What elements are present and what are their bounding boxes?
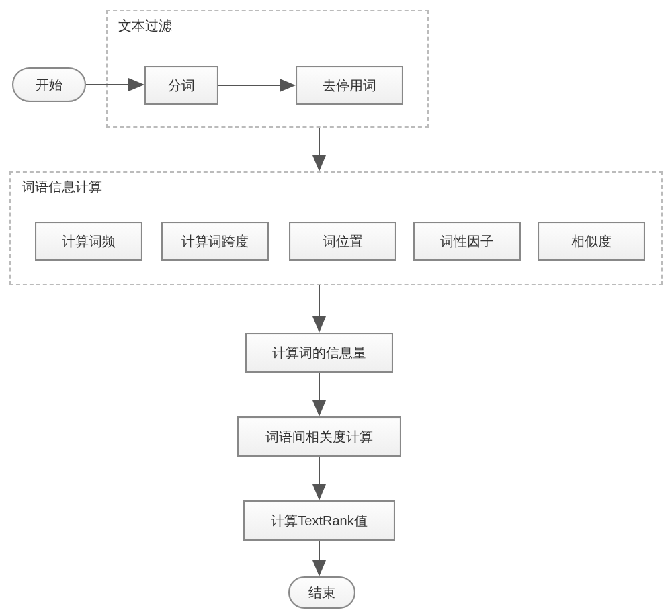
node-tf-label: 计算词频	[62, 232, 116, 251]
node-rel-label: 词语间相关度计算	[265, 428, 373, 446]
node-span-label: 计算词跨度	[181, 232, 249, 251]
group-text-filter-label: 文本过滤	[118, 17, 172, 35]
node-sim-label: 相似度	[571, 232, 612, 251]
node-posf-label: 词性因子	[440, 232, 494, 251]
node-end-label: 结束	[308, 584, 335, 602]
node-textrank-label: 计算TextRank值	[271, 512, 367, 530]
node-tokenize: 分词	[144, 66, 218, 105]
node-pos: 词位置	[289, 222, 396, 261]
node-start: 开始	[12, 67, 86, 102]
node-stopwords: 去停用词	[296, 66, 403, 105]
node-stopwords-label: 去停用词	[323, 77, 376, 95]
node-infoamt: 计算词的信息量	[245, 333, 393, 373]
node-sim: 相似度	[538, 222, 645, 261]
node-tokenize-label: 分词	[168, 77, 195, 95]
node-pos-label: 词位置	[323, 232, 363, 251]
node-rel: 词语间相关度计算	[237, 416, 401, 457]
group-word-info-label: 词语信息计算	[22, 178, 102, 196]
node-tf: 计算词频	[35, 222, 142, 261]
node-start-label: 开始	[36, 76, 62, 94]
node-posf: 词性因子	[413, 222, 521, 261]
node-end: 结束	[288, 576, 355, 609]
node-textrank: 计算TextRank值	[243, 500, 395, 541]
node-infoamt-label: 计算词的信息量	[272, 344, 366, 362]
node-span: 计算词跨度	[161, 222, 269, 261]
